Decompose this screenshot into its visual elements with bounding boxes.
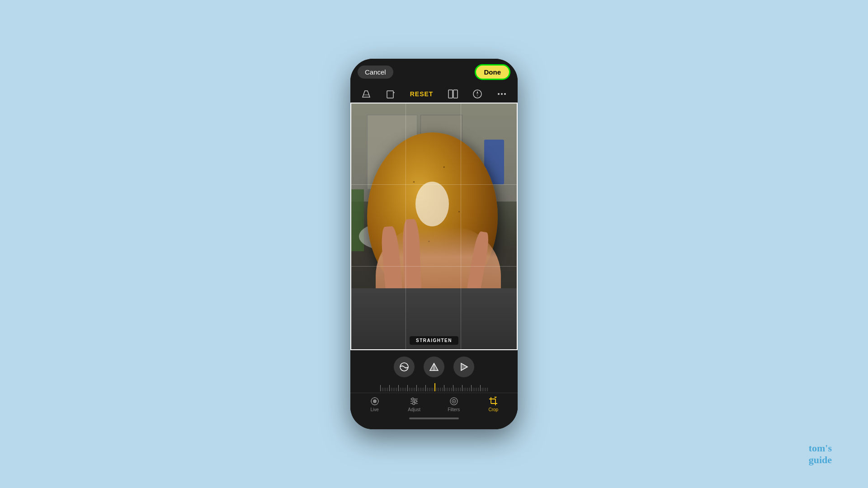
- home-bar: [409, 418, 459, 419]
- svg-rect-2: [387, 91, 393, 98]
- filters-label: Filters: [448, 407, 460, 412]
- svg-marker-7: [476, 91, 478, 94]
- filters-icon: [449, 397, 458, 406]
- done-button[interactable]: Done: [475, 64, 511, 80]
- watermark-line1: tom's: [809, 442, 832, 454]
- watermark-line2: guide: [809, 454, 832, 465]
- svg-rect-5: [453, 90, 458, 98]
- svg-point-35: [495, 397, 497, 398]
- top-bar: Cancel Done: [350, 59, 518, 85]
- tab-crop[interactable]: Crop: [481, 397, 506, 412]
- straighten-btn[interactable]: [394, 357, 415, 377]
- svg-marker-15: [461, 363, 467, 371]
- tab-filters[interactable]: Filters: [441, 397, 466, 412]
- adjust-icon: [410, 397, 419, 406]
- svg-point-9: [498, 93, 500, 95]
- more-icon[interactable]: [497, 89, 507, 99]
- svg-point-27: [413, 403, 415, 405]
- watermark: tom's guide: [809, 442, 832, 465]
- editing-tabs: Live Adjust: [350, 393, 518, 415]
- phone-frame: Cancel Done RESET: [350, 59, 518, 429]
- crop-label: Crop: [488, 407, 498, 412]
- svg-point-10: [501, 93, 503, 95]
- svg-point-11: [504, 93, 506, 95]
- live-label: Live: [371, 407, 379, 412]
- photo-area: STRAIGHTEN: [350, 103, 518, 350]
- svg-point-17: [373, 399, 377, 403]
- svg-rect-4: [448, 90, 453, 98]
- reset-button[interactable]: RESET: [410, 90, 434, 98]
- tab-live[interactable]: Live: [362, 397, 387, 412]
- edit-toolbar: RESET: [350, 85, 518, 103]
- perspective-icon[interactable]: [361, 89, 371, 99]
- controls-area: Live Adjust: [350, 350, 518, 429]
- compass-icon[interactable]: [473, 89, 482, 99]
- svg-point-23: [412, 398, 414, 400]
- svg-point-30: [453, 401, 454, 402]
- cancel-button[interactable]: Cancel: [358, 66, 393, 79]
- svg-marker-8: [476, 94, 478, 97]
- rotation-tools: [350, 350, 518, 382]
- svg-point-25: [415, 400, 417, 403]
- flip-horizontal-btn[interactable]: [453, 357, 474, 377]
- angle-ruler[interactable]: [350, 382, 518, 393]
- crop-ratio-icon[interactable]: [386, 89, 395, 99]
- svg-marker-0: [363, 91, 370, 97]
- home-indicator: [350, 415, 518, 425]
- crop-icon: [489, 397, 498, 406]
- live-icon: [370, 397, 379, 406]
- flip-vertical-btn[interactable]: [424, 357, 444, 377]
- tab-adjust[interactable]: Adjust: [402, 397, 427, 412]
- straighten-label: STRAIGHTEN: [410, 336, 458, 345]
- adjust-label: Adjust: [408, 407, 420, 412]
- frame-icon[interactable]: [448, 89, 458, 99]
